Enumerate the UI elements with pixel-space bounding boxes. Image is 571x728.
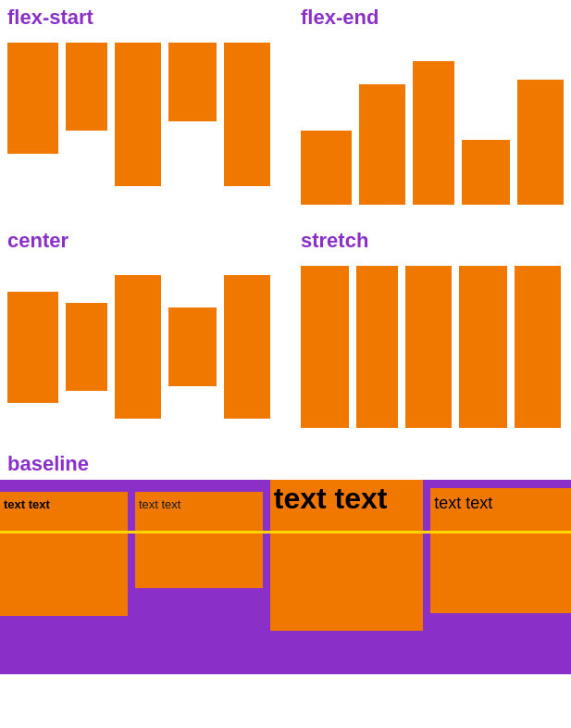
box-c-1 [7, 292, 58, 403]
flex-start-label: flex-start [0, 0, 278, 33]
center-label: center [0, 223, 278, 257]
baseline-line [0, 531, 571, 533]
box-fe-3 [413, 61, 454, 205]
baseline-item-1: text text [0, 492, 128, 616]
baseline-item-2-block [139, 512, 259, 586]
box-fs-1 [7, 43, 58, 154]
baseline-text-3: text text [274, 483, 419, 513]
baseline-item-4-block [434, 514, 567, 611]
box-fe-4 [462, 140, 510, 205]
baseline-container: text text text text text text [0, 480, 571, 674]
baseline-text-1: text text [4, 497, 124, 512]
flex-start-container [0, 33, 278, 214]
flex-end-panel: flex-end [293, 0, 571, 214]
box-c-3 [115, 275, 161, 419]
box-fe-2 [359, 84, 405, 205]
baseline-flex: text text text text text text [0, 480, 571, 674]
box-fs-3 [115, 43, 161, 186]
center-section: center stretch [0, 223, 571, 445]
baseline-item-4: text text [430, 488, 571, 613]
baseline-text-2: text text [139, 497, 259, 512]
baseline-item-2-inner: text text [135, 492, 263, 588]
stretch-panel: stretch [293, 223, 571, 437]
box-fs-5 [224, 43, 270, 186]
baseline-text-4: text text [434, 494, 567, 514]
box-fe-5 [517, 80, 564, 205]
box-st-3 [405, 266, 452, 428]
baseline-section: baseline text text text text [0, 446, 571, 674]
flex-end-label: flex-end [293, 0, 571, 33]
box-fe-1 [301, 131, 352, 205]
box-st-5 [515, 266, 561, 428]
flex-start-panel: flex-start [0, 0, 278, 214]
center-panel: center [0, 223, 278, 437]
stretch-container [293, 257, 571, 437]
box-fs-2 [66, 43, 107, 131]
flex-end-container [293, 33, 571, 214]
stretch-label: stretch [293, 223, 571, 257]
box-fs-4 [168, 43, 217, 121]
baseline-item-2: text text [135, 492, 263, 588]
baseline-item-4-inner: text text [430, 488, 571, 613]
box-st-1 [301, 266, 349, 428]
box-st-2 [356, 266, 398, 428]
baseline-item-3-inner: text text [270, 480, 423, 631]
box-st-4 [459, 266, 507, 428]
baseline-item-1-inner: text text [0, 492, 128, 616]
box-c-5 [224, 275, 270, 419]
box-c-2 [66, 303, 107, 391]
box-c-4 [168, 308, 217, 386]
flex-start-section: flex-start flex-end [0, 0, 571, 221]
baseline-item-1-block [4, 512, 124, 614]
baseline-label: baseline [0, 446, 571, 480]
baseline-item-3: text text [270, 480, 423, 631]
center-container [0, 257, 278, 437]
